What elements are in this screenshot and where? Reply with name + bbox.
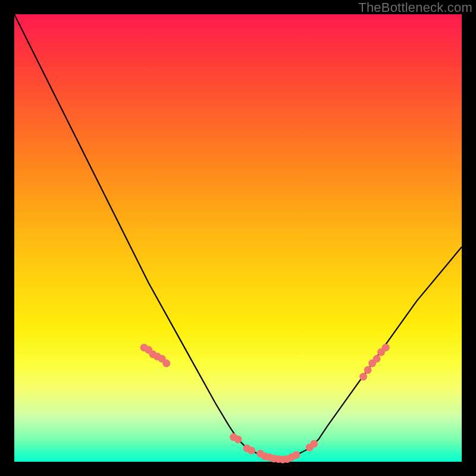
highlight-dot [359,373,367,381]
near-optimal-dots [140,344,390,464]
highlight-dot [234,436,242,443]
highlight-dot [382,344,390,352]
chart-svg [14,14,462,462]
highlight-dot [364,366,372,374]
watermark-text: TheBottleneck.com [358,0,472,15]
highlight-dot [162,359,170,367]
bottleneck-curve-path [14,14,462,459]
highlight-dot [310,440,318,447]
bottleneck-curve [14,14,462,459]
highlight-dot [373,355,381,363]
highlight-dot [292,451,300,459]
chart-frame [14,14,462,462]
highlight-dot [248,447,255,455]
